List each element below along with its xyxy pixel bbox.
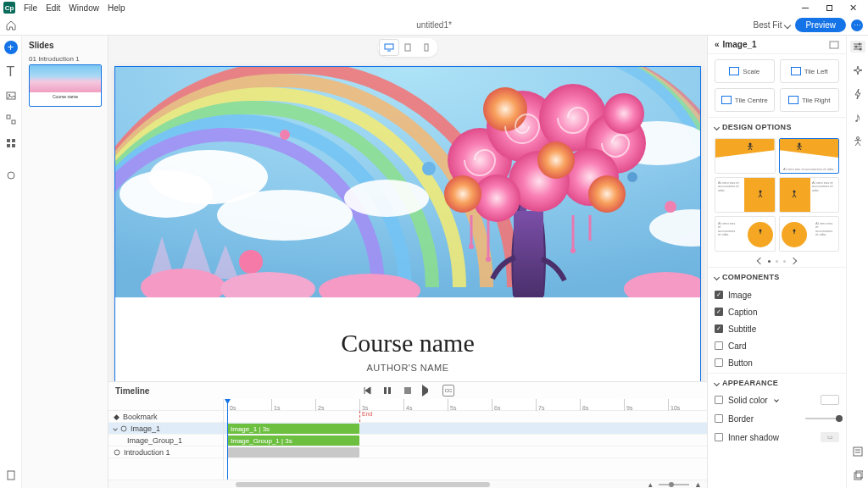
- border-row[interactable]: Border: [708, 409, 846, 428]
- tablet-view[interactable]: [398, 40, 417, 55]
- library-button[interactable]: [5, 469, 17, 481]
- window-maximize[interactable]: [817, 0, 841, 15]
- design-option[interactable]: At vero eos et accusamus et odio.: [779, 177, 840, 213]
- replace-image-icon[interactable]: [829, 41, 839, 49]
- component-toggle[interactable]: Card: [715, 337, 839, 354]
- component-toggle[interactable]: ✓Image: [715, 286, 839, 303]
- timeline-clip[interactable]: [227, 447, 359, 458]
- comments-panel[interactable]: [852, 446, 864, 458]
- figure-icon: [756, 190, 765, 198]
- window-minimize[interactable]: [793, 0, 817, 15]
- zoom-out-icon[interactable]: ▲: [647, 481, 654, 489]
- menu-help[interactable]: Help: [108, 3, 125, 13]
- figure-icon: [756, 229, 765, 237]
- add-button[interactable]: +: [4, 41, 18, 54]
- canvas[interactable]: Course name AUTHOR'S NAME: [108, 59, 707, 381]
- slides-panel: Slides 01 Introduction 1 Course name: [22, 36, 108, 488]
- chevron-left-icon[interactable]: [757, 258, 764, 264]
- help-panel[interactable]: [852, 469, 864, 481]
- mobile-view[interactable]: [417, 40, 436, 55]
- slide-thumbnail-item[interactable]: 01 Introduction 1 Course name: [29, 55, 101, 107]
- author-name[interactable]: AUTHOR'S NAME: [366, 363, 448, 373]
- desktop-view[interactable]: [380, 40, 398, 55]
- svg-rect-50: [384, 387, 387, 394]
- play-button[interactable]: [422, 385, 434, 396]
- circle-icon: [7, 171, 15, 180]
- stop-button[interactable]: [402, 385, 414, 396]
- tile-option-centre[interactable]: Tile Centre: [715, 88, 775, 112]
- preview-button[interactable]: Preview: [795, 18, 846, 32]
- timeline-ruler[interactable]: 0s 1s 2s 3s 4s 5s 6s 7s 8s 9s 10s: [224, 399, 707, 411]
- timeline-track[interactable]: [224, 446, 707, 458]
- timeline-scrollbar[interactable]: ▲ ▲: [108, 480, 707, 488]
- timeline-clip[interactable]: Image_1 | 3s: [227, 424, 359, 434]
- record-tool[interactable]: [5, 169, 17, 181]
- figure-icon: [746, 142, 754, 151]
- tile-option-left[interactable]: Tile Left: [780, 59, 840, 83]
- design-pager[interactable]: [708, 255, 846, 267]
- window-close[interactable]: ✕: [841, 0, 865, 15]
- zoom-in-icon[interactable]: ▲: [694, 480, 702, 488]
- course-title[interactable]: Course name: [341, 329, 474, 358]
- svg-rect-55: [830, 42, 838, 48]
- slide-hero-image[interactable]: [115, 67, 700, 297]
- more-options-button[interactable]: ⋯: [851, 19, 863, 31]
- shapes-tool[interactable]: [5, 114, 17, 125]
- home-button[interactable]: [0, 20, 22, 30]
- menu-window[interactable]: Window: [69, 3, 99, 13]
- design-option[interactable]: [715, 138, 776, 174]
- figure-icon: [790, 229, 798, 237]
- components-header[interactable]: COMPONENTS: [708, 267, 846, 285]
- zoom-fit-dropdown[interactable]: Best Fit: [754, 20, 791, 30]
- audio-panel[interactable]: ♪: [852, 112, 864, 124]
- appearance-header[interactable]: APPEARANCE: [708, 373, 846, 391]
- slide-stage[interactable]: Course name AUTHOR'S NAME: [114, 66, 701, 381]
- animation-panel[interactable]: [852, 64, 864, 76]
- component-toggle[interactable]: ✓Subtitle: [715, 320, 839, 337]
- back-icon[interactable]: «: [715, 40, 720, 49]
- widgets-tool[interactable]: [5, 137, 17, 149]
- text-tool[interactable]: T: [5, 66, 17, 78]
- svg-point-24: [627, 172, 637, 182]
- end-marker[interactable]: End: [359, 411, 372, 422]
- track-label[interactable]: Introduction 1: [108, 446, 223, 458]
- design-option[interactable]: At vero eos et accusamus et odio.: [779, 216, 840, 252]
- border-slider[interactable]: [805, 418, 839, 419]
- solid-color-row[interactable]: Solid color: [708, 391, 846, 409]
- menu-edit[interactable]: Edit: [46, 3, 60, 13]
- track-label[interactable]: Image_1: [108, 423, 223, 435]
- design-option[interactable]: At vero eos et accusamus et odio.: [779, 138, 840, 174]
- component-toggle[interactable]: Button: [715, 354, 839, 371]
- menu-file[interactable]: File: [24, 3, 37, 13]
- timeline-track[interactable]: Image_1 | 3s: [224, 423, 707, 435]
- media-tool[interactable]: [5, 90, 17, 102]
- accessibility-panel[interactable]: [852, 136, 864, 147]
- bookmark-track[interactable]: End: [224, 411, 707, 423]
- design-options-header[interactable]: DESIGN OPTIONS: [708, 117, 846, 135]
- component-toggle[interactable]: ✓Caption: [715, 303, 839, 320]
- rewind-button[interactable]: [361, 385, 373, 396]
- timeline-track[interactable]: Image_Group_1 | 3s: [224, 435, 707, 446]
- inner-shadow-row[interactable]: Inner shadow▭: [708, 428, 846, 446]
- cc-button[interactable]: CC: [442, 385, 454, 396]
- stop-icon: [404, 387, 411, 394]
- color-swatch[interactable]: [821, 395, 839, 405]
- chevron-right-icon[interactable]: [790, 258, 797, 264]
- bookmark-row[interactable]: ◆ Bookmark: [108, 411, 223, 423]
- design-option[interactable]: At vero eos et accusamus et odio.: [715, 177, 776, 213]
- tile-option-right[interactable]: Tile Right: [780, 88, 840, 112]
- svg-rect-12: [405, 44, 410, 51]
- tile-option-scale[interactable]: Scale: [715, 59, 775, 83]
- interactions-panel[interactable]: [852, 88, 864, 100]
- svg-rect-9: [8, 471, 14, 480]
- shapes-icon: [6, 114, 16, 125]
- track-label[interactable]: Image_Group_1: [108, 435, 223, 446]
- design-option[interactable]: At vero eos et accusamus et odio.: [715, 216, 776, 252]
- timeline-title: Timeline: [115, 386, 149, 396]
- properties-toggle[interactable]: [850, 41, 865, 53]
- shadow-preset-icon[interactable]: ▭: [821, 432, 839, 442]
- pause-button[interactable]: [381, 385, 393, 396]
- svg-rect-6: [7, 144, 10, 147]
- timeline-clip[interactable]: Image_Group_1 | 3s: [227, 435, 359, 446]
- playhead[interactable]: [227, 399, 228, 480]
